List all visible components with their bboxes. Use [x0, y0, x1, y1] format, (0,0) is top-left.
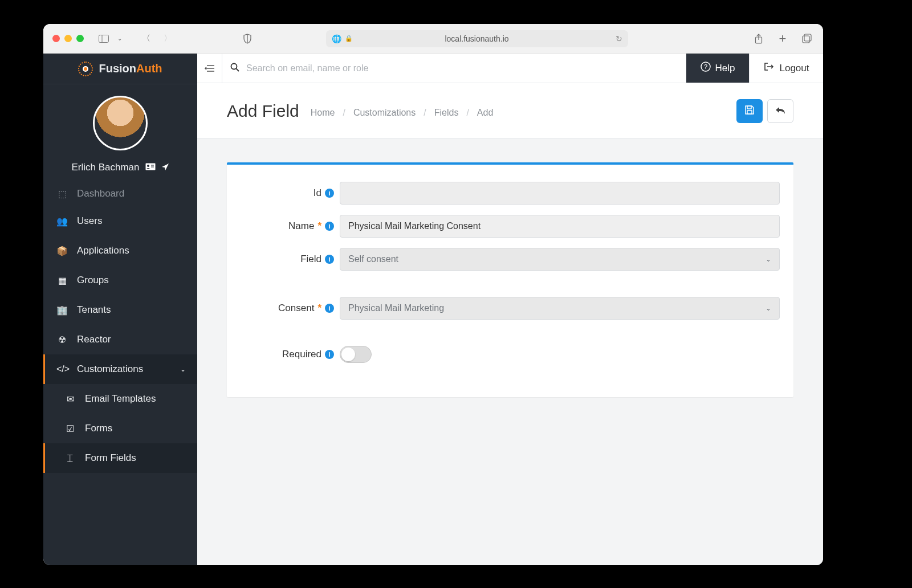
crumb-customizations[interactable]: Customizations: [353, 108, 416, 118]
back-icon[interactable]: 〈: [139, 32, 153, 45]
crumb-home[interactable]: Home: [311, 108, 335, 118]
user-name: Erlich Bachman: [71, 162, 139, 173]
help-icon: ?: [701, 62, 711, 75]
svg-point-6: [147, 165, 149, 167]
consent-select[interactable]: Physical Mail Marketing ⌄: [340, 297, 780, 320]
cube-icon: 📦: [56, 246, 68, 256]
sidebar-item-label: Customizations: [77, 364, 143, 375]
help-button[interactable]: ? Help: [686, 54, 749, 83]
crumb-current: Add: [477, 108, 493, 118]
logout-icon: [764, 62, 774, 74]
tabs-icon[interactable]: [799, 32, 814, 45]
reactor-icon: ☢: [56, 334, 68, 345]
code-icon: </>: [56, 364, 68, 374]
svg-rect-17: [747, 111, 752, 114]
share-icon[interactable]: [751, 32, 766, 45]
checklist-icon: ☑: [64, 423, 76, 434]
lock-icon: 🔒: [345, 35, 353, 42]
sidebar-item-users[interactable]: 👥 Users: [43, 206, 197, 236]
sidebar-item-label: Forms: [85, 423, 112, 434]
info-icon[interactable]: i: [325, 255, 334, 264]
id-label: Id: [314, 187, 321, 199]
nav: ⬚ Dashboard 👥 Users 📦 Applications ▦ Gro…: [43, 183, 197, 565]
sidebar-item-customizations[interactable]: </> Customizations ⌄: [43, 354, 197, 384]
required-label: Required: [282, 349, 321, 360]
search-input[interactable]: [246, 63, 678, 74]
search-icon: [230, 63, 239, 74]
dashboard-icon: ⬚: [56, 189, 68, 199]
sidebar-item-dashboard[interactable]: ⬚ Dashboard: [43, 183, 197, 206]
svg-text:?: ?: [703, 63, 707, 70]
forward-icon: 〉: [160, 32, 175, 45]
breadcrumb: Home/ Customizations/ Fields/ Add: [311, 108, 494, 118]
id-card-icon[interactable]: [145, 163, 156, 172]
chevron-down-icon: ⌄: [180, 365, 186, 373]
sidebar: FusionAuth Erlich Bachman ⬚ Dashboard: [43, 54, 197, 565]
shield-icon[interactable]: [240, 32, 255, 45]
collapse-sidebar-button[interactable]: [197, 54, 222, 83]
logout-button[interactable]: Logout: [749, 54, 823, 83]
save-button[interactable]: [736, 99, 763, 123]
text-cursor-icon: ⌶: [64, 453, 76, 463]
chevron-down-icon[interactable]: ⌄: [112, 32, 127, 45]
field-label: Field: [300, 254, 321, 265]
users-icon: 👥: [56, 216, 68, 227]
field-select[interactable]: Self consent ⌄: [340, 248, 780, 271]
svg-rect-3: [803, 36, 809, 43]
sidebar-item-tenants[interactable]: 🏢 Tenants: [43, 295, 197, 325]
back-button[interactable]: [767, 99, 793, 123]
globe-icon: 🌐: [332, 34, 341, 43]
id-input[interactable]: [340, 182, 780, 205]
sidebar-item-reactor[interactable]: ☢ Reactor: [43, 325, 197, 354]
sidebar-item-label: Tenants: [77, 304, 111, 316]
consent-label: Consent: [278, 303, 314, 314]
chevron-down-icon: ⌄: [766, 304, 771, 312]
sidebar-item-applications[interactable]: 📦 Applications: [43, 236, 197, 266]
reply-arrow-icon: [775, 105, 786, 117]
info-icon[interactable]: i: [325, 350, 334, 359]
required-toggle[interactable]: [340, 346, 372, 363]
browser-chrome: ⌄ 〈 〉 🌐 🔒 local.fusionauth.io ↻ +: [43, 24, 823, 54]
profile-block: Erlich Bachman: [43, 84, 197, 183]
svg-line-13: [237, 68, 239, 71]
sidebar-icon[interactable]: [96, 32, 111, 45]
reload-icon[interactable]: ↻: [616, 34, 622, 43]
avatar[interactable]: [93, 96, 148, 150]
crumb-fields[interactable]: Fields: [434, 108, 459, 118]
search-container: [222, 54, 686, 83]
minimize-window-icon[interactable]: [64, 35, 72, 42]
name-label: Name: [288, 220, 314, 232]
form-panel: Id i Name* i Field i Self consent ⌄: [227, 162, 793, 397]
sidebar-item-label: Email Templates: [85, 393, 156, 405]
chevron-down-icon: ⌄: [766, 255, 771, 263]
sidebar-item-form-fields[interactable]: ⌶ Form Fields: [43, 443, 197, 473]
groups-icon: ▦: [56, 275, 68, 286]
sidebar-item-label: Groups: [77, 275, 109, 286]
new-tab-icon[interactable]: +: [775, 32, 790, 45]
location-arrow-icon[interactable]: [161, 163, 169, 173]
building-icon: 🏢: [56, 305, 68, 316]
brand: FusionAuth: [43, 54, 197, 84]
info-icon[interactable]: i: [325, 304, 334, 313]
page-title: Add Field: [227, 101, 299, 121]
svg-point-12: [231, 63, 237, 69]
url-bar[interactable]: 🌐 🔒 local.fusionauth.io ↻: [326, 30, 628, 47]
name-input[interactable]: [340, 215, 780, 238]
save-icon: [744, 105, 755, 118]
close-window-icon[interactable]: [52, 35, 60, 42]
sidebar-item-label: Applications: [77, 245, 129, 256]
sidebar-item-email-templates[interactable]: ✉ Email Templates: [43, 384, 197, 414]
sidebar-item-groups[interactable]: ▦ Groups: [43, 266, 197, 295]
sidebar-item-label: Form Fields: [85, 452, 136, 464]
page-header: Add Field Home/ Customizations/ Fields/ …: [197, 83, 823, 138]
info-icon[interactable]: i: [325, 189, 334, 198]
sidebar-item-label: Reactor: [77, 334, 111, 345]
main: ? Help Logout Add Field Home/ Customizat…: [197, 54, 823, 565]
window-controls: [52, 35, 84, 42]
svg-rect-4: [804, 34, 811, 41]
svg-rect-0: [99, 35, 109, 42]
sidebar-item-forms[interactable]: ☑ Forms: [43, 414, 197, 443]
info-icon[interactable]: i: [325, 222, 334, 231]
maximize-window-icon[interactable]: [76, 35, 84, 42]
brand-name: FusionAuth: [99, 62, 162, 75]
